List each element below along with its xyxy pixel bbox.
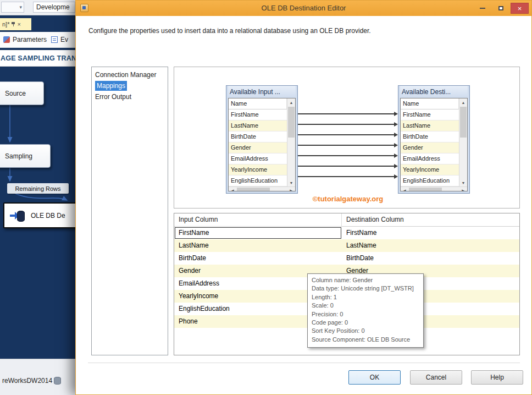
grid-header-input-column[interactable]: Input Column xyxy=(174,213,342,226)
oledb-destination-label: OLE DB De xyxy=(31,212,65,220)
nav-connection-manager[interactable]: Connection Manager xyxy=(92,69,168,80)
table-row: LastName LastName xyxy=(174,239,519,252)
tooltip-line: Sort Key Position: 0 xyxy=(312,327,419,335)
configuration-combo[interactable]: Developme xyxy=(33,2,75,13)
scrollbar-thumb[interactable] xyxy=(288,107,295,138)
dataflow-canvas: Source Sampling Remaining Rows OLE DB De xyxy=(0,66,75,359)
input-column-item[interactable]: YearlyIncome xyxy=(229,164,287,175)
mapping-connector-line[interactable] xyxy=(298,134,394,135)
grid-destination-cell[interactable]: LastName xyxy=(342,239,519,252)
input-column-item[interactable]: LastName xyxy=(229,120,287,131)
scroll-down-icon[interactable]: ▼ xyxy=(459,179,467,186)
horizontal-scrollbar[interactable]: ◀ ▶ xyxy=(229,186,295,191)
sampling-node[interactable]: Sampling xyxy=(0,144,51,168)
connection-manager-item[interactable]: reWorksDW2014 xyxy=(2,377,61,385)
pin-icon[interactable] xyxy=(12,22,15,26)
event-handlers-icon xyxy=(51,36,58,43)
tooltip-line: Source Component: OLE DB Source xyxy=(312,336,419,344)
source-node[interactable]: Source xyxy=(0,81,44,105)
mapping-connector-line[interactable] xyxy=(298,145,394,146)
tooltip-line: Scale: 0 xyxy=(312,301,419,310)
nav-mappings[interactable]: Mappings xyxy=(92,80,168,91)
mapping-connector-line[interactable] xyxy=(298,176,394,177)
nav-error-output[interactable]: Error Output xyxy=(92,91,168,102)
grid-input-cell[interactable]: BirthDate xyxy=(174,252,342,265)
maximize-button[interactable] xyxy=(492,3,509,14)
input-columns-list: Name FirstName LastName BirthDate Gender… xyxy=(228,98,296,191)
titlebar[interactable]: OLE DB Destination Editor × xyxy=(76,1,531,16)
grid-input-cell[interactable]: FirstName xyxy=(174,227,342,239)
minimize-icon xyxy=(480,8,485,9)
nav-error-output-label: Error Output xyxy=(95,93,131,101)
name-column-header[interactable]: Name xyxy=(229,98,287,109)
grid-header-destination-column[interactable]: Destination Column xyxy=(342,213,519,226)
name-column-header[interactable]: Name xyxy=(401,98,459,109)
input-column-item[interactable]: EmailAddress xyxy=(229,153,287,164)
dialog-description: Configure the properties used to insert … xyxy=(88,27,517,35)
input-column-item[interactable]: BirthDate xyxy=(229,131,287,142)
help-button[interactable]: Help xyxy=(471,370,523,385)
scrollbar-thumb[interactable] xyxy=(460,107,467,138)
close-tab-icon[interactable]: × xyxy=(17,21,20,28)
destination-column-item[interactable]: EmailAddress xyxy=(401,153,459,164)
destination-column-item[interactable]: LastName xyxy=(401,120,459,131)
scroll-right-icon[interactable]: ▶ xyxy=(287,187,295,191)
chevron-down-icon: ▾ xyxy=(19,4,22,10)
scroll-left-icon[interactable]: ◀ xyxy=(229,187,236,191)
breadcrumb-text: AGE SAMPLING TRANSFO xyxy=(1,54,75,62)
screen: ▾ Developme n]* × Parameters Ev AGE SAMP… xyxy=(0,0,532,395)
tab-event-handlers[interactable]: Ev xyxy=(60,36,68,43)
minimize-button[interactable] xyxy=(474,3,491,14)
scroll-up-icon[interactable]: ▲ xyxy=(287,98,295,106)
close-button[interactable]: × xyxy=(511,3,529,14)
scrollbar-thumb[interactable] xyxy=(237,188,270,192)
breadcrumb: AGE SAMPLING TRANSFO xyxy=(0,50,75,67)
tab-parameters[interactable]: Parameters xyxy=(13,36,47,43)
connection-manager-name: reWorksDW2014 xyxy=(2,377,52,385)
document-tab-label: n]* xyxy=(2,21,9,28)
scroll-up-icon[interactable]: ▲ xyxy=(459,98,467,106)
available-input-columns-title[interactable]: Available Input ... xyxy=(228,86,296,98)
destination-column-item[interactable]: FirstName xyxy=(401,109,459,120)
scroll-left-icon[interactable]: ◀ xyxy=(401,187,408,191)
destination-column-item[interactable]: BirthDate xyxy=(401,131,459,142)
maximize-icon xyxy=(498,6,503,10)
tooltip-line: Column name: Gender xyxy=(312,276,419,284)
scroll-down-icon[interactable]: ▼ xyxy=(287,179,295,186)
destination-column-item[interactable]: YearlyIncome xyxy=(401,164,459,175)
vertical-scrollbar[interactable]: ▲ ▼ xyxy=(287,98,295,186)
oledb-destination-icon xyxy=(10,210,26,222)
tooltip-line: Length: 1 xyxy=(312,293,419,301)
grid-destination-cell[interactable]: FirstName xyxy=(342,227,519,239)
scrollbar-thumb[interactable] xyxy=(409,188,442,192)
nav-mappings-label: Mappings xyxy=(95,81,127,91)
window-buttons: × xyxy=(474,3,529,14)
destination-column-item[interactable]: EnglishEducation xyxy=(401,175,459,186)
vertical-scrollbar[interactable]: ▲ ▼ xyxy=(459,98,467,186)
source-node-label: Source xyxy=(5,90,26,97)
mapping-connector-line[interactable] xyxy=(298,124,394,125)
input-column-item[interactable]: FirstName xyxy=(229,109,287,120)
cancel-button[interactable]: Cancel xyxy=(410,370,462,385)
grid-input-cell[interactable]: LastName xyxy=(174,239,342,252)
grid-destination-cell[interactable]: BirthDate xyxy=(342,252,519,265)
available-destination-columns-title[interactable]: Available Desti... xyxy=(400,86,468,98)
mapping-connector-line[interactable] xyxy=(298,113,394,114)
horizontal-scrollbar[interactable]: ◀ ▶ xyxy=(401,186,467,191)
toolbar-dropdown[interactable]: ▾ xyxy=(1,2,24,13)
input-column-item[interactable]: EnglishEducation xyxy=(229,175,287,186)
edge-label: Remaining Rows xyxy=(7,183,69,194)
available-input-columns: Available Input ... Name FirstName LastN… xyxy=(226,85,298,194)
parameters-icon xyxy=(3,36,10,43)
mapping-connector-line[interactable] xyxy=(298,166,394,167)
ok-button[interactable]: OK xyxy=(348,370,401,385)
ide-toolbar: ▾ Developme xyxy=(0,0,75,15)
document-tab[interactable]: n]* × xyxy=(0,18,31,30)
input-column-item[interactable]: Gender xyxy=(229,142,287,153)
scroll-right-icon[interactable]: ▶ xyxy=(459,187,467,191)
mapping-panel: Available Input ... Name FirstName LastN… xyxy=(174,67,520,209)
mapping-connector-line[interactable] xyxy=(298,155,394,156)
table-row: BirthDate BirthDate xyxy=(174,252,519,265)
destination-column-item[interactable]: Gender xyxy=(401,142,459,153)
column-tooltip: Column name: Gender Data type: Unicode s… xyxy=(307,273,424,348)
